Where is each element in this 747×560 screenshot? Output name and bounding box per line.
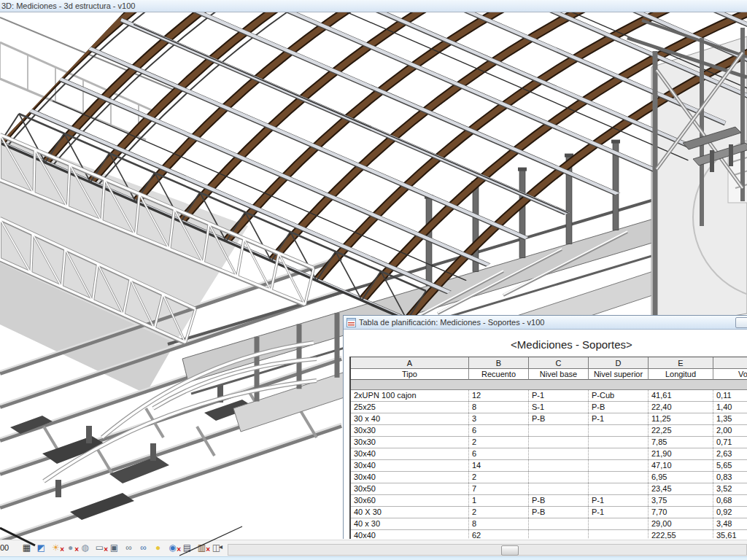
schedule-cell[interactable]: 1,35 [713,413,747,424]
column-header-cell[interactable]: Longitud [649,369,713,380]
reveal-hidden-elements-icon[interactable]: ● [152,542,164,554]
schedule-cell[interactable]: 23,45 [649,483,713,494]
scrollbar-thumb[interactable] [501,545,519,556]
shadows-icon[interactable]: ●× [64,542,77,554]
schedule-cell[interactable]: 2,63 [713,448,747,459]
crop-view-icon[interactable]: ▭× [93,542,106,554]
schedule-cell[interactable] [529,460,589,471]
schedule-cell[interactable]: 3 [469,413,529,424]
column-header-cell[interactable]: Volumen [713,369,747,380]
schedule-cell[interactable]: 1,40 [713,402,747,413]
schedule-cell[interactable]: P-1 [589,495,649,506]
schedule-cell[interactable]: 40x40 [351,530,469,539]
schedule-cell[interactable]: 0,68 [713,495,747,506]
minimize-button[interactable] [735,317,747,328]
schedule-cell[interactable]: 7,70 [649,507,713,518]
schedule-window-title-bar[interactable]: Tabla de planificación: Mediciones - Sop… [344,316,747,330]
schedule-cell[interactable]: 2 [469,507,529,518]
schedule-cell[interactable]: 25x25 [351,402,469,413]
schedule-cell[interactable] [529,472,589,483]
schedule-cell[interactable] [589,460,649,471]
schedule-cell[interactable]: 30x40 [351,448,469,459]
column-header-cell[interactable]: Tipo [351,369,469,380]
schedule-cell[interactable]: 3,75 [649,495,713,506]
schedule-cell[interactable]: 29,00 [649,518,713,529]
schedule-cell[interactable]: 30 x 40 [351,413,469,424]
temporary-view-properties-icon[interactable]: ▤ [181,542,193,554]
schedule-cell[interactable]: 0,11 [713,390,747,401]
schedule-cell[interactable] [589,483,649,494]
schedule-cell[interactable]: 30x60 [351,495,469,506]
schedule-cell[interactable]: 22,40 [649,402,713,413]
schedule-cell[interactable]: 6 [469,448,529,459]
schedule-cell[interactable]: 30x30 [351,425,469,436]
schedule-cell[interactable] [529,483,589,494]
schedule-cell[interactable] [589,518,649,529]
schedule-cell[interactable]: 6,95 [649,472,713,483]
column-letter-cell[interactable]: C [529,357,589,369]
schedule-cell[interactable]: P-1 [529,390,589,401]
schedule-cell[interactable]: 222,55 [649,530,713,539]
schedule-cell[interactable]: 3,52 [713,483,747,494]
schedule-cell[interactable]: P-1 [589,413,649,424]
schedule-cell[interactable]: S-1 [529,402,589,413]
column-header-cell[interactable]: Nivel superior [589,369,649,380]
schedule-cell[interactable]: 40 X 30 [351,507,469,518]
schedule-cell[interactable]: 14 [469,460,529,471]
schedule-cell[interactable]: 3,48 [713,518,747,529]
schedule-cell[interactable]: P-B [529,413,589,424]
schedule-cell[interactable] [529,425,589,436]
schedule-cell[interactable]: 2,00 [713,425,747,436]
schedule-cell[interactable]: 62 [469,530,529,539]
horizontal-scrollbar[interactable] [228,544,747,556]
visual-style-icon[interactable]: ◩ [35,542,47,554]
schedule-cell[interactable]: 41,61 [649,390,713,401]
schedule-cell[interactable]: 0,71 [713,437,747,448]
schedule-cell[interactable]: 2xUPN 100 cajon [351,390,469,401]
schedule-cell[interactable]: 11,25 [649,413,713,424]
schedule-cell[interactable] [589,437,649,448]
column-letter-cell[interactable]: D [589,357,649,369]
schedule-cell[interactable]: 8 [469,402,529,413]
column-header-cell[interactable]: Recuento [469,369,529,380]
schedule-cell[interactable] [529,530,589,539]
schedule-window[interactable]: Tabla de planificación: Mediciones - Sop… [343,315,747,539]
schedule-cell[interactable] [529,518,589,529]
schedule-cell[interactable]: P-B [529,495,589,506]
schedule-cell[interactable]: 21,90 [649,448,713,459]
schedule-cell[interactable]: 6 [469,425,529,436]
schedule-cell[interactable]: 30x30 [351,437,469,448]
schedule-cell[interactable] [589,472,649,483]
schedule-cell[interactable]: 7 [469,483,529,494]
schedule-cell[interactable]: 30x50 [351,483,469,494]
schedule-cell[interactable]: 8 [469,518,529,529]
schedule-cell[interactable] [589,425,649,436]
schedule-cell[interactable]: 2 [469,437,529,448]
column-letter-cell[interactable]: E [649,357,713,369]
view-scale-label[interactable]: 00 [0,543,9,552]
rendering-dialog-icon[interactable]: ◍ [79,542,91,554]
schedule-cell[interactable]: P-1 [589,507,649,518]
schedule-cell[interactable]: 0,83 [713,472,747,483]
schedule-cell[interactable] [589,530,649,539]
schedule-cell[interactable]: 30x40 [351,472,469,483]
locked-3d-view-icon[interactable]: ∞ [123,542,135,554]
sun-path-icon[interactable]: ☀× [50,542,62,554]
schedule-cell[interactable]: 5,65 [713,460,747,471]
column-letter-cell[interactable]: A [351,357,469,369]
analytical-model-icon[interactable]: ▥× [196,542,208,554]
schedule-cell[interactable]: 40 x 30 [351,518,469,529]
schedule-cell[interactable]: 2 [469,472,529,483]
collapse-arrow-icon[interactable]: ◂ [219,542,222,551]
schedule-cell[interactable]: 0,92 [713,507,747,518]
schedule-cell[interactable] [529,437,589,448]
schedule-cell[interactable]: 7,85 [649,437,713,448]
worksharing-display-icon[interactable]: ◉× [166,542,179,554]
schedule-cell[interactable]: 35,61 [713,530,747,539]
schedule-cell[interactable]: P-B [529,507,589,518]
schedule-cell[interactable] [589,448,649,459]
schedule-cell[interactable]: 22,25 [649,425,713,436]
schedule-cell[interactable] [529,448,589,459]
temporary-hide-isolate-icon[interactable]: ∞ [137,542,150,554]
schedule-cell[interactable]: P-Cub [589,390,649,401]
